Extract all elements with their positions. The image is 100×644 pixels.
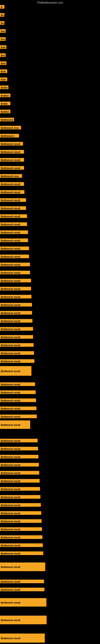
bottleneck-result-item: Bottle bbox=[0, 86, 8, 89]
bottleneck-result-item: Bottleneck resu bbox=[0, 174, 22, 178]
bottleneck-result-item: Bottleneck result bbox=[0, 535, 42, 539]
bottleneck-result-item: Bottleneck result bbox=[0, 206, 26, 210]
bottleneck-result-item: Bot bbox=[0, 53, 6, 57]
bottleneck-result-item: Bottleneck result bbox=[0, 447, 38, 450]
bottleneck-result-item: Bottleneck result bbox=[0, 398, 36, 402]
bottleneck-result-item: Bottleneck result bbox=[0, 182, 24, 186]
bottleneck-result-item: Bottleneck result bbox=[0, 562, 45, 571]
bottleneck-result-item: Bottleneck resu bbox=[0, 126, 21, 130]
bottleneck-result-item: Bottleneck result bbox=[0, 616, 47, 624]
bottleneck-result-item: Bottleneck result bbox=[0, 544, 43, 547]
bottleneck-result-item: Bottleneck result bbox=[0, 343, 34, 347]
bottleneck-result-item: Bottleneck result bbox=[0, 246, 29, 250]
bottleneck-result-item: Bottleneck result bbox=[0, 552, 43, 555]
bottleneck-result-item: Bot bbox=[0, 29, 6, 33]
bottleneck-result-item: Bottleneck r bbox=[0, 134, 19, 138]
bottleneck-result-item: Bottleneck result bbox=[0, 222, 27, 226]
bottleneck-result-item: Bottleneck result bbox=[0, 598, 47, 606]
bottleneck-result-item: Bottleneck result bbox=[0, 479, 40, 482]
bottleneck-result-item: Bottleneck result bbox=[0, 580, 44, 583]
bottleneck-result-item: Bottleneck result bbox=[0, 634, 45, 642]
bottleneck-result-item: Bottleneck result bbox=[0, 263, 30, 266]
bottleneck-result-item: Bottlen bbox=[0, 110, 10, 113]
site-title: TheBottlenecker.com bbox=[37, 1, 63, 4]
bottleneck-result-item: Bottleneck result bbox=[0, 230, 28, 234]
bottleneck-result-item: Bottleneck result bbox=[0, 519, 42, 523]
bottleneck-result-item: Bottleneck result bbox=[0, 319, 32, 322]
bottleneck-result-item: Bottle bbox=[0, 102, 10, 105]
bottleneck-result-item: Bottleneck result bbox=[0, 254, 29, 258]
bottleneck-result-item: Bottleneck result bbox=[0, 311, 32, 314]
bottleneck-result-item: Bottleneck result bbox=[0, 366, 31, 376]
bottleneck-result-item: Bottleneck result bbox=[0, 327, 33, 331]
bottleneck-result-item: Bottleneck result bbox=[0, 455, 38, 458]
bottleneck-result-item: Bottleneck result bbox=[0, 150, 24, 154]
bottleneck-result-item: Bottleneck result bbox=[0, 588, 44, 591]
bottleneck-result-item: Bottleneck result bbox=[0, 414, 37, 418]
bottleneck-result-item: Bottleneck result bbox=[0, 439, 38, 442]
bottleneck-result-item: Bottleneck result bbox=[0, 471, 39, 474]
bottleneck-result-item: Bottlen bbox=[0, 94, 10, 97]
bottleneck-result-item: Bottleneck result bbox=[0, 406, 36, 410]
bottleneck-result-item: Bottleneck result bbox=[0, 487, 40, 491]
bottleneck-result-item: Bottleneck result bbox=[0, 390, 36, 394]
bottleneck-result-item: Bottleneck result bbox=[0, 142, 23, 146]
bottleneck-result-item: Bott bbox=[0, 70, 7, 73]
bottleneck-result-item: Bottleneck result bbox=[0, 287, 31, 290]
bottleneck-result-item: Bottleneck result bbox=[0, 238, 28, 242]
bottleneck-result-item: Bottleneck result bbox=[0, 279, 31, 282]
bottleneck-result-item: Bo bbox=[0, 13, 4, 17]
bottleneck-result-item: Bottleneck result bbox=[0, 463, 39, 466]
bottleneck-result-item: Bottleneck bbox=[0, 118, 14, 121]
bottleneck-result-item: Bottleneck result bbox=[0, 166, 24, 170]
bottleneck-result-item: Bottleneck result bbox=[0, 158, 24, 162]
bottleneck-result-item: Bottleneck result bbox=[0, 511, 41, 515]
bottleneck-result-item: Bottleneck result bbox=[0, 271, 30, 274]
bottleneck-result-item: Bottleneck result bbox=[0, 335, 33, 339]
bottleneck-result-item: Bottleneck result bbox=[0, 382, 35, 386]
bottleneck-result-item: Bott bbox=[0, 62, 6, 65]
bottleneck-result-item: Bottleneck result bbox=[0, 420, 30, 429]
bottleneck-result-item: Bott bbox=[0, 45, 6, 49]
bottleneck-result-item: Bo bbox=[0, 21, 4, 25]
bottleneck-result-item: Bottleneck result bbox=[0, 214, 27, 218]
bottleneck-result-item: Bottleneck result bbox=[0, 359, 34, 363]
bottleneck-result-item: Bot bbox=[0, 37, 6, 41]
bottleneck-result-item: Bottleneck result bbox=[0, 503, 41, 507]
bottleneck-result-item: Bott bbox=[0, 78, 7, 81]
bottleneck-result-item: Bottleneck result bbox=[0, 295, 31, 298]
bottleneck-result-item: Bottleneck result bbox=[0, 303, 32, 306]
bottleneck-result-item: Bottleneck result bbox=[0, 198, 26, 202]
bottleneck-result-item: B bbox=[0, 5, 4, 9]
bottleneck-result-item: Bottleneck result bbox=[0, 351, 34, 355]
bottleneck-result-item: Bottleneck result bbox=[0, 495, 40, 499]
bottleneck-result-item: Bottleneck result bbox=[0, 190, 24, 194]
bottleneck-result-item: Bottleneck result bbox=[0, 527, 42, 531]
